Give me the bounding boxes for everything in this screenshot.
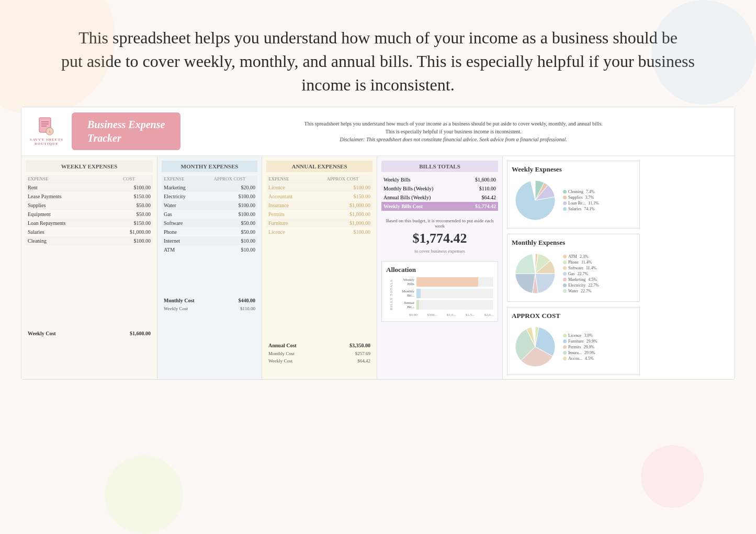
legend-pct: 29.9% [582,345,594,349]
cost-cell: $100.00 [105,236,153,245]
legend-label: Supplies [568,195,583,200]
bill-value-cell: $64.42 [461,193,498,202]
cost-cell: $50.00 [202,228,257,236]
table-row: Salaries$1,000.00 [26,228,153,236]
legend-label: Software [568,266,583,270]
legend-pct: 7.4% [585,189,595,194]
brand-logo: $ SAVVY SHEETS BOUTIQUE [30,117,63,146]
expense-cell: Electricity [162,192,202,201]
bar-label: Weekly Bills [396,278,416,287]
cost-cell: $150.00 [105,219,153,228]
cost-cell: $1,000.00 [313,219,373,228]
legend-item: Software 11.4% [563,266,599,270]
expense-cell: Marketing [162,183,202,192]
legend-label: Accou... [568,356,582,361]
legend-item: Loan Re... 11.1% [563,201,599,206]
weekly-chart-title: Weekly Expneses [512,165,635,174]
legend-pct: 2.3% [579,254,589,259]
x-axis-label: $500... [427,313,437,317]
monthly-expenses-title: MONTHY EXPENSES [162,161,257,172]
cost-cell: $50.00 [105,201,153,210]
expense-cell: Phone [162,228,202,236]
expense-col-header: EXPENSE [26,175,105,183]
cost-col-header: COST [105,175,153,183]
monthly-expense-col-header: EXPENSE [162,175,202,183]
legend-item: Furniture 29.9% [563,339,597,344]
description-box: This spreadsheet helps you understand ho… [180,120,726,143]
bills-totals-panel: BILLS TOTALS Weekly Bills$1,600.00Monthl… [377,156,503,379]
legend-dot [563,345,567,349]
legend-item: Accou... 4.5% [563,356,597,361]
document-icon: $ [37,117,56,138]
table-row: Software$50.00 [162,219,257,228]
legend-dot [563,266,567,270]
cost-cell: $100.00 [105,183,153,192]
cost-cell: $1,000.00 [105,228,153,236]
legend-dot [563,278,567,281]
weekly-pie-chart [512,177,559,224]
legend-label: Gas [568,271,574,276]
weekly-chart-box: Weekly Expneses Cleaning 7.4% Supplies 3… [507,161,640,229]
brand-title-box: Business Expense Tracker [72,112,180,150]
legend-pct: 4.5% [584,356,594,361]
legend-label: Electricity [568,283,585,288]
weekly-pie-wrapper: Cleaning 7.4% Supplies 3.7% Loan Re... 1… [512,177,635,224]
annual-expense-col-header: EXPENSE [266,175,313,183]
legend-label: Marketing [568,277,585,282]
legend-pct: 11.1% [587,201,599,206]
legend-item: Supplies 3.7% [563,195,599,200]
approx-chart-box: APPROX COST Licence 3.0% Furniture 29.9%… [507,307,640,375]
header-description: This spreadsheet helps you understand ho… [0,0,756,107]
legend-dot [563,339,567,343]
monthly-expenses-table: EXPENSE APPROX COST Marketing$20.00Elect… [162,175,257,254]
cost-cell: $150.00 [313,192,373,201]
allocation-chart: BILLS TOTALS Weekly Bills Monthly Bil...… [386,277,493,312]
legend-pct: 11.4% [580,260,592,265]
approx-chart-title: APPROX COST [512,312,635,320]
allocation-title: Allocation [386,266,493,274]
legend-dot [563,351,567,355]
monthly-cost-col-header: APPROX COST [202,175,257,183]
weekly-total-row: Weekly Cost $1,600.00 [26,329,153,338]
brand-header: $ SAVVY SHEETS BOUTIQUE Business Expense… [21,107,735,156]
bills-totals-table: Weekly Bills$1,600.00Monthly Bills (Week… [381,175,498,211]
annual-cost-col-header: APPROX COST [313,175,373,183]
legend-item: Insura... 29.9% [563,350,597,355]
legend-dot [563,207,567,211]
weekly-expenses-title: WEEKLY EXPENSES [26,161,153,172]
expense-cell: Supplies [26,201,105,210]
expense-cell: Water [162,201,202,210]
svg-text:$: $ [49,130,51,134]
table-row: Gas$100.00 [162,210,257,219]
monthly-pie-chart [512,250,559,297]
legend-dot [563,201,567,205]
expense-cell: Furniture [266,219,313,228]
big-amount: $1,774.42 [383,231,496,246]
pie-slice [515,254,535,274]
cost-cell: $50.00 [105,210,153,219]
bar-fill [416,300,419,310]
bill-label-cell: Annual Bills (Weekly) [381,193,461,202]
expense-cell: Licence [266,183,313,192]
weekly-expenses-table: EXPENSE COST Rent$100.00Lease Payments$1… [26,175,153,245]
table-row: Electricity$100.00 [162,192,257,201]
monthly-weekly-cost-row: Weekly Cost $110.00 [162,305,257,312]
bill-value-cell: $1,600.00 [461,175,498,184]
annual-monthly-cost-row: Monthly Cost $257.69 [266,350,373,357]
bar-track [416,300,493,310]
expense-cell: Salaries [26,228,105,236]
legend-dot [563,196,567,199]
cost-cell: $10.00 [202,236,257,245]
cost-cell: $100.00 [313,183,373,192]
monthly-expenses-panel: MONTHY EXPENSES EXPENSE APPROX COST Mark… [157,156,262,379]
legend-label: Salaries [568,207,581,211]
cost-cell: $100.00 [202,201,257,210]
table-row: Weekly Bills Cost$1,774.42 [381,202,498,211]
legend-label: Cleaning [568,189,583,194]
legend-item: Cleaning 7.4% [563,189,599,194]
allocation-box: Allocation BILLS TOTALS Weekly Bills Mon… [381,261,498,322]
legend-pct: 22.7% [587,283,599,288]
table-row: Licence$100.00 [266,228,373,236]
expense-cell: Lease Payments [26,192,105,201]
bill-value-cell: $1,774.42 [461,202,498,211]
